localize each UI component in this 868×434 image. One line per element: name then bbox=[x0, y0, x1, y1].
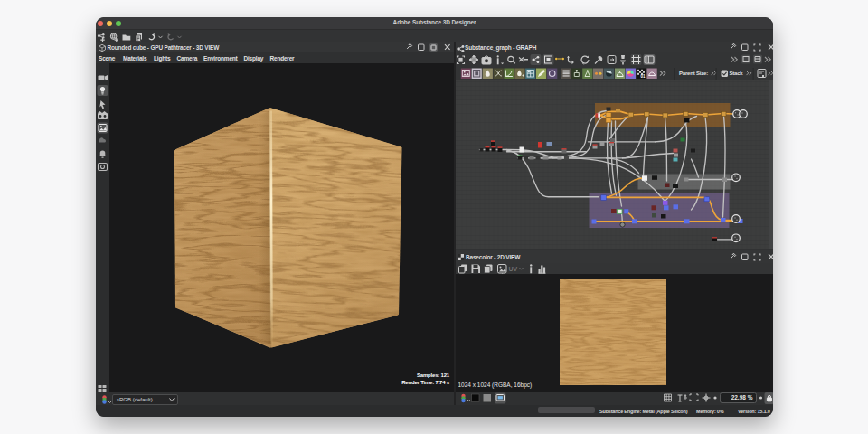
svg-text:Parent Size:: Parent Size: bbox=[679, 71, 708, 76]
svg-text:UV: UV bbox=[508, 266, 517, 272]
svg-text:01: 01 bbox=[640, 73, 646, 78]
svg-text:Stack: Stack bbox=[729, 71, 743, 76]
